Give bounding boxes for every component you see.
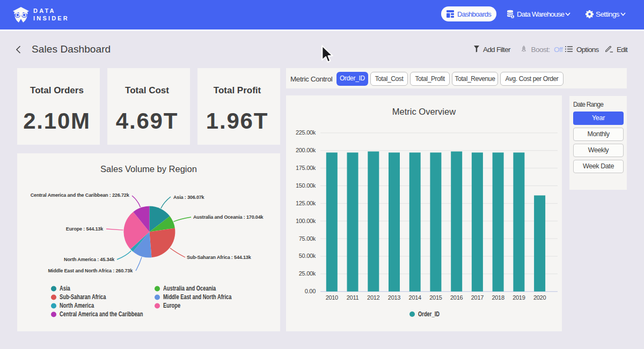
svg-text:2010: 2010 (326, 294, 338, 301)
svg-text:2019: 2019 (513, 294, 525, 301)
svg-text:2017: 2017 (471, 294, 484, 301)
svg-text:Europe: Europe (163, 302, 180, 309)
svg-text:Central America and the Caribb: Central America and the Caribbean : 226.… (31, 192, 130, 198)
svg-text:Order_ID: Order_ID (418, 310, 440, 317)
svg-text:Australia and Oceania: Australia and Oceania (163, 285, 216, 292)
svg-text:2016: 2016 (450, 294, 463, 301)
svg-text:2013: 2013 (388, 294, 400, 301)
svg-text:Asia: Asia (60, 285, 71, 292)
svg-text:Australia and Oceania : 170.04: Australia and Oceania : 170.04k (193, 214, 264, 220)
svg-text:Central America and the Caribb: Central America and the Caribbean (60, 310, 143, 317)
svg-text:25.00k: 25.00k (299, 270, 316, 277)
svg-text:North America : 45.34k: North America : 45.34k (64, 257, 115, 262)
svg-text:175.00k: 175.00k (296, 165, 316, 171)
svg-text:2018: 2018 (492, 294, 504, 301)
svg-text:200.00k: 200.00k (296, 147, 316, 153)
svg-text:Middle East and North Africa :: Middle East and North Africa : 260.73k (48, 268, 133, 273)
svg-text:2020: 2020 (533, 294, 546, 301)
svg-text:125.00k: 125.00k (296, 200, 316, 206)
svg-text:2014: 2014 (409, 294, 421, 301)
svg-text:2015: 2015 (429, 294, 442, 301)
svg-text:150.00k: 150.00k (296, 182, 316, 189)
svg-text:75.00k: 75.00k (299, 235, 316, 242)
svg-text:2012: 2012 (367, 294, 379, 301)
svg-text:Sub-Saharan Africa : 544.13k: Sub-Saharan Africa : 544.13k (187, 255, 252, 260)
svg-text:0.00: 0.00 (305, 288, 316, 294)
svg-text:Middle East and North Africa: Middle East and North Africa (163, 293, 232, 300)
svg-text:Sub-Saharan Africa: Sub-Saharan Africa (60, 293, 106, 300)
svg-text:North America: North America (60, 302, 94, 309)
svg-text:2011: 2011 (347, 294, 359, 301)
svg-text:Europe : 544.13k: Europe : 544.13k (66, 226, 104, 232)
svg-text:Asia : 306.07k: Asia : 306.07k (173, 195, 205, 200)
svg-text:100.00k: 100.00k (296, 218, 316, 224)
svg-text:50.00k: 50.00k (299, 253, 316, 259)
svg-text:225.00k: 225.00k (296, 129, 316, 136)
